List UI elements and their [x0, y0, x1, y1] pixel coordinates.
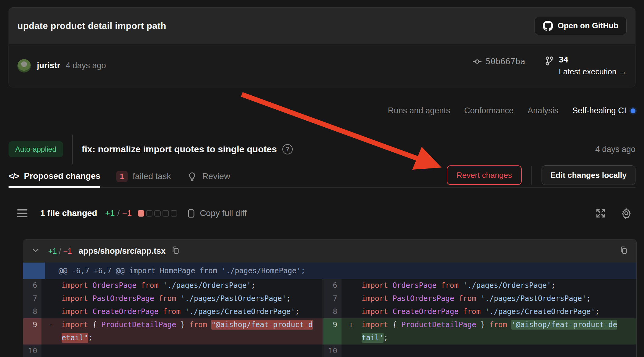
- revert-changes-button[interactable]: Revert changes: [447, 165, 522, 185]
- copy-path-icon[interactable]: [171, 246, 180, 256]
- tab-failed-task-label: failed task: [133, 171, 171, 181]
- file-additions: +1: [48, 247, 57, 256]
- line-number: 9: [323, 318, 342, 345]
- line-number: 6: [323, 279, 342, 292]
- diff-stat-block: [163, 210, 169, 217]
- nav-item-analysis[interactable]: Analysis: [528, 106, 558, 115]
- diff-line: 8import CreateOrderPage from './pages/Cr…: [23, 305, 323, 318]
- execution-column: 34 Latest execution →: [559, 55, 627, 76]
- code-text: import CreateOrderPage from './pages/Cre…: [62, 305, 323, 318]
- diff-marker: [41, 279, 62, 292]
- top-nav: Runs and agentsConformanceAnalysisSelf-h…: [388, 106, 635, 115]
- status-dot: [631, 108, 635, 113]
- line-number: 10: [23, 345, 41, 357]
- commit-card: update product detail import path Open o…: [9, 7, 635, 87]
- diff-stat-block: [171, 210, 177, 217]
- copy-file-diff-icon[interactable]: [619, 246, 628, 256]
- edit-changes-locally-button[interactable]: Edit changes locally: [542, 165, 635, 185]
- lightbulb-icon: [187, 171, 197, 182]
- copy-full-diff-button[interactable]: Copy full diff: [186, 208, 247, 218]
- files-changed-label: 1 file changed: [40, 208, 97, 218]
- stat-slash: /: [117, 208, 120, 218]
- divider: [531, 166, 532, 185]
- diff-marker: -: [41, 318, 62, 345]
- line-number: 8: [23, 305, 41, 318]
- code-text: import PastOrdersPage from './pages/Past…: [62, 292, 323, 305]
- diff-line: 9+import { ProductDetailPage } from '@ai…: [323, 318, 636, 345]
- split-diff: 6import OrdersPage from './pages/OrdersP…: [23, 279, 636, 357]
- code-text: import OrdersPage from './pages/OrdersPa…: [62, 279, 323, 292]
- commit-meta-row: juristr 4 days ago 50b667ba 34 Latest ex…: [9, 44, 635, 87]
- tab-review-label: Review: [202, 171, 230, 181]
- pipeline-icon: [545, 56, 554, 66]
- collapse-chevron-icon[interactable]: [31, 246, 40, 256]
- open-on-github-button[interactable]: Open on GitHub: [535, 17, 627, 35]
- fix-header-row: Auto-applied fix: normalize import quote…: [9, 134, 635, 164]
- diff-marker: [342, 305, 362, 318]
- tab-proposed-changes-label: Proposed changes: [24, 171, 101, 181]
- diff-line: 7import PastOrdersPage from './pages/Pas…: [323, 292, 636, 305]
- deletions-stat: −1: [122, 208, 132, 218]
- file-slash: /: [59, 247, 61, 256]
- commit-meta-right: 50b667ba 34 Latest execution →: [473, 55, 627, 76]
- fullscreen-icon[interactable]: [595, 208, 606, 219]
- tab-review[interactable]: Review: [187, 166, 230, 187]
- fix-title: fix: normalize import quotes to single q…: [82, 144, 277, 154]
- hunk-text: @@ -6,7 +6,7 @@ import HomePage from './…: [59, 267, 305, 275]
- diff-line: 7import PastOrdersPage from './pages/Pas…: [23, 292, 323, 305]
- diff-marker: [41, 292, 62, 305]
- author-name: juristr: [37, 61, 60, 70]
- diff-toolbar: 1 file changed +1 / −1 Copy full diff: [17, 203, 632, 223]
- diff-stat-block: [138, 210, 144, 217]
- help-icon[interactable]: ?: [282, 144, 293, 154]
- divider: [72, 135, 73, 164]
- diff-pane-old: 6import OrdersPage from './pages/OrdersP…: [23, 279, 323, 357]
- authored-when: 4 days ago: [66, 61, 106, 70]
- tab-failed-task[interactable]: 1 failed task: [116, 166, 171, 187]
- gear-icon[interactable]: [621, 208, 632, 219]
- avatar: [17, 59, 31, 72]
- open-on-github-label: Open on GitHub: [558, 21, 618, 30]
- diff-marker: [342, 345, 362, 357]
- latest-execution-link[interactable]: Latest execution →: [559, 67, 627, 76]
- fix-timestamp: 4 days ago: [595, 145, 635, 154]
- diff-file-header: +1 / −1 apps/shop/src/app.tsx: [23, 239, 636, 263]
- file-list-menu-icon[interactable]: [17, 209, 27, 217]
- diff-toolbar-right: [595, 208, 632, 219]
- code-text: import OrdersPage from './pages/OrdersPa…: [362, 279, 636, 292]
- code-text: import { ProductDetailPage } from "@aish…: [62, 318, 323, 345]
- commit-sha-group[interactable]: 50b667ba: [473, 57, 525, 66]
- file-path: apps/shop/src/app.tsx: [79, 246, 166, 256]
- clipboard-icon: [186, 208, 196, 218]
- tab-proposed-changes[interactable]: </> Proposed changes: [9, 166, 100, 188]
- diff-marker: +: [342, 318, 362, 345]
- file-deletions: −1: [63, 247, 72, 256]
- diff-line: 10: [23, 345, 323, 357]
- diff-marker: [41, 305, 62, 318]
- nav-item-runs-and-agents[interactable]: Runs and agents: [388, 106, 450, 115]
- diff-pane-new: 6import OrdersPage from './pages/OrdersP…: [323, 279, 636, 357]
- nav-item-self-healing-ci[interactable]: Self-healing CI: [572, 106, 635, 115]
- nav-item-conformance[interactable]: Conformance: [464, 106, 513, 115]
- diff-line: 6import OrdersPage from './pages/OrdersP…: [23, 279, 323, 292]
- diff-line: 6import OrdersPage from './pages/OrdersP…: [323, 279, 636, 292]
- diff-line: 8import CreateOrderPage from './pages/Cr…: [323, 305, 636, 318]
- line-number: 10: [323, 345, 342, 357]
- diff-marker: [41, 345, 62, 357]
- diff-line: 9-import { ProductDetailPage } from "@ai…: [23, 318, 323, 345]
- github-icon: [543, 21, 553, 31]
- commit-sha: 50b667ba: [485, 57, 525, 66]
- hunk-header: @@ -6,7 +6,7 @@ import HomePage from './…: [23, 263, 636, 279]
- failed-count-badge: 1: [116, 171, 128, 182]
- additions-stat: +1: [105, 208, 115, 218]
- code-text: [362, 345, 636, 357]
- code-text: import { ProductDetailPage } from '@aish…: [362, 318, 636, 345]
- code-text: import CreateOrderPage from './pages/Cre…: [362, 305, 636, 318]
- line-number: 7: [23, 292, 41, 305]
- fix-actions: Revert changes Edit changes locally: [447, 165, 635, 185]
- commit-icon: [473, 57, 482, 66]
- execution-group: 34 Latest execution →: [545, 55, 627, 76]
- diff-line: 10: [323, 345, 636, 357]
- commit-card-header: update product detail import path Open o…: [9, 8, 635, 44]
- diff-stat-blocks: [138, 210, 177, 217]
